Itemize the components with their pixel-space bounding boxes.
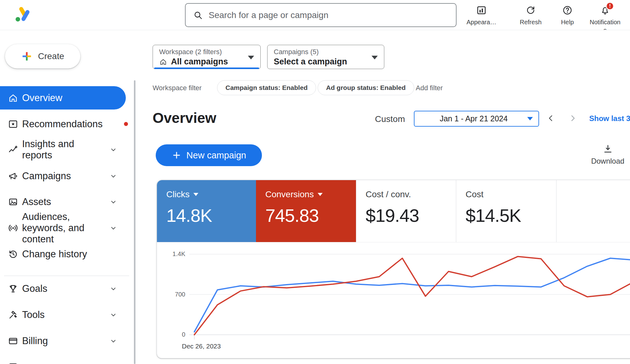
scorecard-value: $19.43 — [366, 205, 456, 226]
date-mode-label: Custom — [375, 114, 405, 124]
trophy-icon — [8, 283, 18, 294]
overview-chart[interactable] — [157, 242, 630, 358]
series-conversions — [194, 256, 630, 335]
help-button[interactable]: Help — [552, 5, 582, 26]
scorecard-label: Cost / conv. — [366, 189, 411, 199]
dropdown-caret-icon — [248, 56, 254, 59]
google-ads-logo[interactable] — [14, 5, 32, 23]
scorecard-cost-per-conv[interactable]: Cost / conv. $19.43 — [356, 180, 456, 242]
scorecard-value: 745.83 — [265, 205, 356, 226]
sidebar-item-label: Change history — [22, 249, 87, 260]
x-axis-first-label: Dec 26, 2023 — [182, 343, 221, 350]
filter-chip-campaign-status[interactable]: Campaign status: Enabled — [217, 80, 316, 95]
workspace-picker[interactable]: Workspace (2 filters) All campaigns — [153, 45, 261, 69]
sidebar-item-tools[interactable]: Tools — [0, 304, 131, 326]
home-icon — [8, 93, 18, 103]
notifications-label: Notifications — [589, 18, 621, 30]
sidebar-item-label: Campaigns — [22, 170, 71, 182]
filter-chip-ad-group-status[interactable]: Ad group status: Enabled — [318, 80, 414, 95]
sidebar-item-label: Recommendations — [22, 119, 101, 130]
download-button[interactable]: Download — [585, 144, 630, 166]
search-bar[interactable] — [185, 3, 457, 27]
series-clicks — [194, 258, 630, 332]
dropdown-caret-icon — [193, 193, 198, 196]
sidebar-item-overview[interactable]: Overview — [0, 86, 126, 110]
scorecard-label: Cost — [466, 189, 484, 199]
chevron-down-icon — [109, 198, 118, 206]
refresh-label: Refresh — [520, 18, 542, 26]
sidebar-item-label: Tools — [22, 309, 45, 320]
plus-icon — [172, 150, 182, 160]
appearance-icon — [476, 5, 487, 16]
chevron-down-icon — [109, 145, 118, 154]
chevron-down-icon — [109, 224, 118, 232]
scorecard-row: Clicks 14.8K Conversions 745.83 Cost / c… — [157, 180, 630, 242]
chevron-down-icon — [109, 284, 118, 293]
notification-dot — [124, 122, 128, 126]
download-label: Download — [591, 157, 624, 166]
scorecard-clicks[interactable]: Clicks 14.8K — [157, 180, 256, 242]
history-icon — [8, 249, 18, 259]
google-ads-app: Appearance Refresh Help ! — [0, 0, 630, 364]
sidebar-item-label: Audiences, keywords, and content — [22, 211, 101, 245]
sidebar-item-insights-and-reports[interactable]: Insights and reports — [0, 134, 131, 165]
sidebar-item-partial[interactable] — [0, 358, 131, 364]
notifications-badge: ! — [606, 2, 614, 10]
chevron-down-icon — [109, 337, 118, 345]
broadcast-icon — [8, 223, 18, 233]
scorecard-empty[interactable] — [556, 180, 630, 242]
sidebar-item-label: Goals — [22, 283, 47, 294]
search-input[interactable] — [209, 10, 448, 20]
chevron-down-icon — [109, 172, 118, 180]
help-label: Help — [561, 18, 574, 26]
next-period-button[interactable] — [568, 113, 578, 123]
plus-icon — [21, 51, 32, 62]
workspace-picker-label: Workspace (2 filters) — [159, 48, 255, 56]
active-underline — [154, 68, 259, 69]
insights-icon — [8, 144, 18, 155]
create-button[interactable]: Create — [5, 44, 80, 68]
megaphone-icon — [8, 171, 18, 181]
show-last-link[interactable]: Show last 3 — [589, 114, 630, 123]
sidebar-divider — [4, 276, 129, 276]
credit-card-icon — [8, 336, 18, 346]
dropdown-caret-icon — [527, 117, 533, 120]
workspace-filter-label: Workspace filter — [153, 84, 201, 92]
scorecard-label: Clicks — [166, 189, 190, 199]
appearance-label: Appearance — [467, 18, 496, 26]
partial-icon — [8, 362, 18, 364]
sidebar-item-goals[interactable]: Goals — [0, 278, 131, 300]
sidebar-item-recommendations[interactable]: Recommendations — [0, 113, 131, 135]
scorecard-value: 14.8K — [166, 205, 256, 226]
home-icon — [159, 58, 167, 66]
date-range-picker[interactable]: Jan 1 - Apr 21 2024 — [414, 111, 539, 127]
sidebar-item-billing[interactable]: Billing — [0, 330, 131, 352]
sidebar-item-label: Overview — [22, 92, 62, 104]
sidebar-item-label: Billing — [22, 335, 48, 347]
notifications-button[interactable]: ! Notifications — [589, 5, 621, 30]
scorecard-value: $14.5K — [466, 205, 556, 226]
download-icon — [603, 144, 613, 154]
scorecard-conversions[interactable]: Conversions 745.83 — [256, 180, 356, 242]
image-icon — [8, 197, 18, 207]
workspace-picker-value: All campaigns — [171, 57, 228, 67]
recommendations-icon — [8, 119, 18, 129]
previous-period-button[interactable] — [546, 113, 556, 123]
refresh-button[interactable]: Refresh — [513, 5, 549, 26]
sidebar-item-audiences-keywords-content[interactable]: Audiences, keywords, and content — [0, 209, 131, 247]
campaign-picker-label: Campaigns (5) — [274, 48, 378, 56]
sidebar-scrollbar[interactable] — [134, 80, 135, 364]
appearance-button[interactable]: Appearance — [461, 5, 502, 26]
sidebar-item-change-history[interactable]: Change history — [0, 243, 131, 265]
scorecard-cost[interactable]: Cost $14.5K — [456, 180, 556, 242]
campaign-picker[interactable]: Campaigns (5) Select a campaign — [267, 45, 384, 69]
sidebar-item-campaigns[interactable]: Campaigns — [0, 165, 131, 187]
new-campaign-label: New campaign — [187, 150, 246, 161]
add-filter-button[interactable]: Add filter — [416, 84, 443, 92]
scorecard-label: Conversions — [265, 189, 314, 199]
help-icon — [562, 5, 573, 16]
new-campaign-button[interactable]: New campaign — [156, 144, 262, 166]
sidebar-item-label: Assets — [22, 196, 51, 208]
date-range-value: Jan 1 - Apr 21 2024 — [420, 114, 527, 123]
dropdown-caret-icon — [372, 56, 378, 59]
